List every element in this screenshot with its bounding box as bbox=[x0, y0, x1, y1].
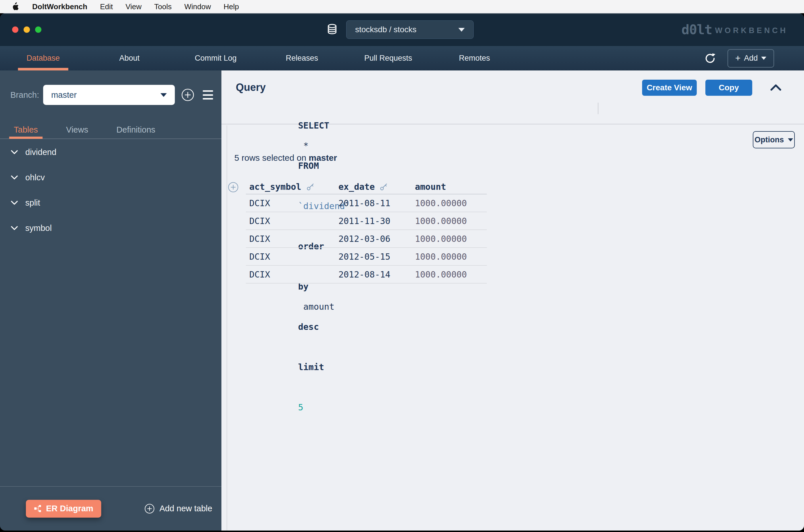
cell-amount[interactable]: 1000.00000 bbox=[411, 269, 487, 280]
add-new-table-button[interactable]: Add new table bbox=[145, 504, 212, 514]
hamburger-icon bbox=[203, 90, 213, 92]
query-actions: Create View Copy bbox=[642, 80, 782, 96]
branch-label: Branch: bbox=[11, 90, 39, 100]
cell-act-symbol[interactable]: DCIX bbox=[246, 269, 335, 280]
refresh-icon bbox=[704, 52, 716, 65]
nav-tab-commit-log[interactable]: Commit Log bbox=[173, 46, 259, 71]
table-row: DCIX 2011-08-11 1000.00000 bbox=[246, 194, 487, 212]
sidebar-tab-views[interactable]: Views bbox=[61, 125, 93, 139]
chevron-down-icon bbox=[761, 57, 766, 60]
cell-amount[interactable]: 1000.00000 bbox=[411, 216, 487, 226]
options-button[interactable]: Options bbox=[753, 131, 795, 148]
plus-circle-icon bbox=[145, 504, 155, 514]
column-header-amount[interactable]: amount bbox=[411, 182, 487, 192]
dolt-workbench-logo: d0lt WORKBENCH bbox=[682, 13, 788, 46]
active-tab-underline bbox=[18, 68, 69, 71]
main-panel: Query SELECT * FROM `dividend` bbox=[222, 71, 804, 531]
database-switcher: stocksdb / stocks bbox=[326, 13, 474, 46]
plus-icon bbox=[735, 54, 741, 63]
database-icon bbox=[326, 23, 339, 36]
editor-caret bbox=[598, 103, 598, 114]
nav-tabs: Database About Commit Log Releases bbox=[0, 46, 804, 71]
add-button[interactable]: Add bbox=[728, 49, 774, 68]
cell-act-symbol[interactable]: DCIX bbox=[246, 216, 335, 226]
main-navbar: Database About Commit Log Releases bbox=[0, 46, 804, 71]
refresh-button[interactable] bbox=[704, 52, 716, 65]
chevron-down-icon bbox=[11, 175, 18, 179]
er-diagram-button[interactable]: ER Diagram bbox=[26, 500, 101, 518]
chevron-down-icon bbox=[11, 201, 18, 205]
table-list: dividend ohlcv split bbox=[0, 139, 222, 241]
chevron-down-icon bbox=[160, 93, 167, 97]
plus-circle-icon bbox=[181, 88, 194, 101]
collapse-query-button[interactable] bbox=[770, 83, 782, 92]
sidebar-tab-definitions[interactable]: Definitions bbox=[112, 125, 160, 139]
logo-wordmark: d0lt bbox=[682, 22, 712, 37]
branch-selector-value: master bbox=[51, 90, 77, 100]
copy-button[interactable]: Copy bbox=[705, 80, 752, 96]
chevron-down-icon bbox=[788, 138, 793, 141]
new-branch-button[interactable] bbox=[181, 88, 194, 101]
nav-tab-releases[interactable]: Releases bbox=[259, 46, 345, 71]
app-window: stocksdb / stocks d0lt WORKBENCH Databas… bbox=[0, 13, 804, 531]
menubar-item-window[interactable]: Window bbox=[184, 2, 211, 11]
cell-ex-date[interactable]: 2012-08-14 bbox=[335, 269, 411, 280]
plus-circle-icon bbox=[228, 182, 239, 193]
menubar-item-view[interactable]: View bbox=[126, 2, 141, 11]
results-left-border bbox=[227, 126, 227, 531]
add-row-button[interactable] bbox=[228, 182, 239, 193]
table-list-item-symbol[interactable]: symbol bbox=[0, 215, 222, 241]
branch-row: Branch: master bbox=[0, 71, 222, 105]
menubar-app-name[interactable]: DoltWorkbench bbox=[32, 2, 88, 11]
database-selector[interactable]: stocksdb / stocks bbox=[346, 20, 474, 39]
sidebar-footer: ER Diagram Add new table bbox=[0, 486, 222, 531]
menubar-item-edit[interactable]: Edit bbox=[100, 2, 113, 11]
zoom-window-button[interactable] bbox=[35, 26, 41, 33]
cell-amount[interactable]: 1000.00000 bbox=[411, 252, 487, 262]
create-view-button[interactable]: Create View bbox=[642, 80, 697, 96]
cell-ex-date[interactable]: 2011-11-30 bbox=[335, 216, 411, 226]
results-table: act_symbol ex_date bbox=[246, 179, 487, 284]
database-selector-value: stocksdb / stocks bbox=[355, 25, 416, 34]
apple-icon[interactable] bbox=[12, 2, 19, 11]
table-row: DCIX 2012-05-15 1000.00000 bbox=[246, 248, 487, 266]
logo-suffix: WORKBENCH bbox=[715, 26, 788, 35]
cell-ex-date[interactable]: 2012-05-15 bbox=[335, 252, 411, 262]
close-window-button[interactable] bbox=[12, 26, 18, 33]
branch-menu-button[interactable] bbox=[203, 90, 213, 99]
table-list-item-ohlcv[interactable]: ohlcv bbox=[0, 165, 222, 190]
branch-selector[interactable]: master bbox=[43, 85, 175, 105]
minimize-window-button[interactable] bbox=[24, 26, 30, 33]
window-titlebar: stocksdb / stocks d0lt WORKBENCH bbox=[0, 13, 804, 46]
primary-key-icon bbox=[379, 182, 388, 191]
chevron-down-icon bbox=[11, 150, 18, 154]
cell-ex-date[interactable]: 2012-03-06 bbox=[335, 234, 411, 244]
sidebar-tab-tables[interactable]: Tables bbox=[9, 125, 42, 139]
results-table-header: act_symbol ex_date bbox=[246, 179, 487, 194]
status-branch-name: master bbox=[309, 153, 337, 163]
primary-key-icon bbox=[306, 182, 315, 191]
column-header-ex-date[interactable]: ex_date bbox=[335, 182, 411, 192]
cell-amount[interactable]: 1000.00000 bbox=[411, 198, 487, 208]
macos-menubar: DoltWorkbench Edit View Tools Window Hel… bbox=[0, 0, 804, 13]
nav-tab-remotes[interactable]: Remotes bbox=[431, 46, 518, 71]
table-row: DCIX 2012-03-06 1000.00000 bbox=[246, 230, 487, 248]
cell-act-symbol[interactable]: DCIX bbox=[246, 198, 335, 208]
nav-tab-database[interactable]: Database bbox=[0, 46, 86, 71]
table-list-item-dividend[interactable]: dividend bbox=[0, 139, 222, 165]
menubar-item-tools[interactable]: Tools bbox=[154, 2, 172, 11]
er-diagram-icon bbox=[34, 505, 42, 513]
cell-act-symbol[interactable]: DCIX bbox=[246, 234, 335, 244]
nav-tab-pull-requests[interactable]: Pull Requests bbox=[345, 46, 431, 71]
cell-act-symbol[interactable]: DCIX bbox=[246, 252, 335, 262]
table-row: DCIX 2011-11-30 1000.00000 bbox=[246, 212, 487, 230]
chevron-down-icon bbox=[11, 226, 18, 230]
menubar-item-help[interactable]: Help bbox=[224, 2, 239, 11]
cell-ex-date[interactable]: 2011-08-11 bbox=[335, 198, 411, 208]
query-section: Query SELECT * FROM `dividend` bbox=[222, 71, 804, 125]
column-header-act-symbol[interactable]: act_symbol bbox=[246, 182, 335, 192]
nav-tab-about[interactable]: About bbox=[86, 46, 173, 71]
cell-amount[interactable]: 1000.00000 bbox=[411, 234, 487, 244]
table-list-item-split[interactable]: split bbox=[0, 190, 222, 215]
sidebar: Branch: master Tabl bbox=[0, 71, 222, 531]
